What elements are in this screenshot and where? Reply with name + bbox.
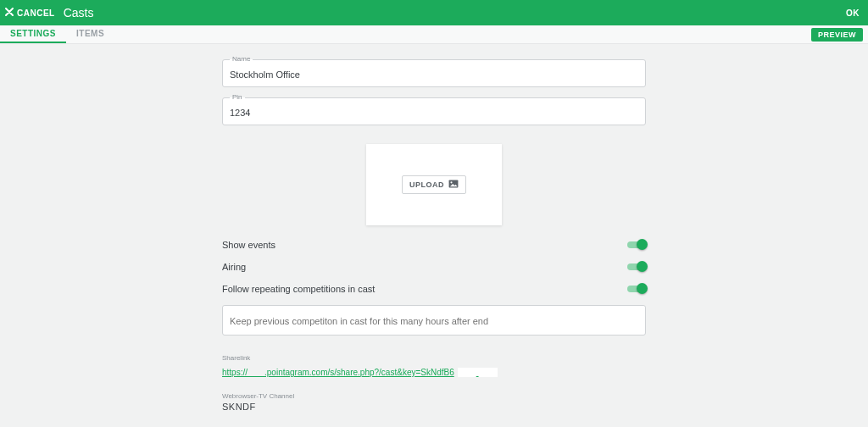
sharelink-label: Sharelink (222, 354, 646, 362)
image-icon (448, 180, 459, 190)
sharelink-protocol: https:// (222, 368, 248, 377)
settings-panel: Name Pin UPLOAD Show events Airing (0, 44, 868, 412)
channel-block: Webrowser-TV Channel SKNDF (222, 392, 646, 412)
close-icon (5, 8, 14, 18)
pin-field-label: Pin (230, 93, 245, 101)
channel-label: Webrowser-TV Channel (222, 392, 646, 400)
toggle-airing-switch[interactable] (627, 263, 646, 270)
channel-value: SKNDF (222, 402, 646, 412)
pin-input[interactable] (230, 108, 638, 118)
upload-dropzone[interactable]: UPLOAD (366, 144, 502, 225)
image-upload-area: UPLOAD (222, 144, 646, 225)
toggle-airing-label: Airing (222, 262, 246, 272)
toggle-airing: Airing (222, 261, 646, 273)
page-title: Casts (64, 6, 94, 19)
sharelink-rest: .pointagram.com/s/share.php?/cast&key=Sk… (264, 368, 454, 377)
preview-button[interactable]: PREVIEW (811, 28, 863, 42)
toggle-follow-repeating-label: Follow repeating competitions in cast (222, 284, 375, 294)
svg-point-1 (450, 181, 452, 183)
tab-settings[interactable]: SETTINGS (0, 25, 66, 43)
topbar-left: CANCEL Casts (5, 6, 93, 19)
toggle-follow-repeating-switch[interactable] (627, 286, 646, 292)
tab-items[interactable]: ITEMS (66, 25, 114, 43)
toggle-show-events-label: Show events (222, 240, 275, 250)
toggle-show-events: Show events (222, 239, 646, 251)
name-input[interactable] (230, 69, 638, 80)
upload-label: UPLOAD (409, 180, 444, 189)
topbar: CANCEL Casts OK (0, 0, 868, 25)
name-field-label: Name (230, 55, 253, 63)
ok-button[interactable]: OK (846, 8, 860, 18)
tabs: SETTINGS ITEMS (0, 25, 114, 43)
sharelink[interactable]: https://xxxx.pointagram.com/s/share.php?… (222, 368, 498, 377)
name-field[interactable]: Name (222, 59, 646, 87)
cancel-button[interactable]: CANCEL (5, 8, 55, 18)
sub-toolbar: SETTINGS ITEMS PREVIEW (0, 25, 868, 44)
toggle-show-events-switch[interactable] (627, 241, 646, 248)
settings-form: Name Pin UPLOAD Show events Airing (222, 59, 646, 412)
pin-field[interactable]: Pin (222, 97, 646, 125)
keep-hours-input[interactable] (230, 316, 638, 326)
upload-button[interactable]: UPLOAD (402, 175, 466, 194)
cancel-label: CANCEL (17, 8, 55, 18)
keep-hours-field[interactable] (222, 305, 646, 336)
toggle-follow-repeating: Follow repeating competitions in cast (222, 283, 646, 295)
sharelink-block: Sharelink https://xxxx.pointagram.com/s/… (222, 354, 646, 379)
